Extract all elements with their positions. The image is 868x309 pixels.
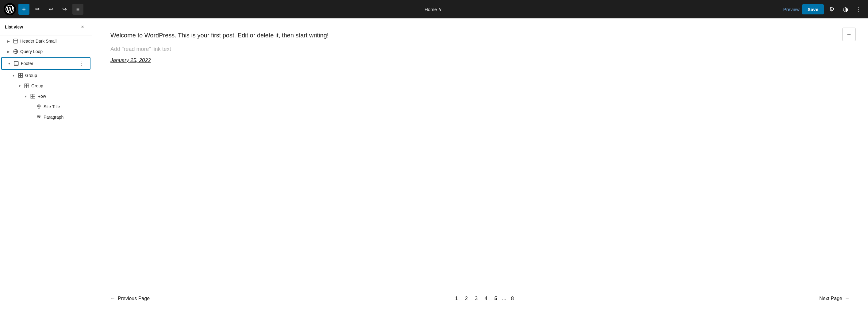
add-block-button[interactable]: +: [19, 4, 29, 15]
expand-icon: ▼: [17, 83, 22, 88]
svg-rect-13: [33, 94, 35, 96]
page-title-button[interactable]: Home ∨: [425, 6, 442, 12]
expand-icon: ▶: [6, 49, 11, 54]
svg-rect-11: [27, 86, 29, 88]
svg-rect-4: [19, 73, 20, 75]
expand-icon: ▼: [11, 73, 16, 78]
list-view-button[interactable]: ≡: [72, 4, 84, 15]
chevron-down-icon: ∨: [439, 6, 442, 12]
sidebar-item-label: Group: [31, 83, 86, 88]
sidebar-item-query-loop[interactable]: ▶ Query Loop: [1, 46, 91, 57]
wp-logo[interactable]: [4, 3, 16, 15]
toolbar: + ✏ ↩ ↪ ≡ Home ∨ Preview Save ⚙ ◑ ⋮: [0, 0, 868, 19]
plus-icon: +: [847, 30, 851, 38]
more-options-button[interactable]: ⋮: [853, 4, 864, 15]
svg-rect-9: [27, 84, 29, 85]
spacer: [29, 104, 34, 109]
group-icon: [18, 73, 23, 78]
save-button[interactable]: Save: [802, 4, 824, 14]
wp-logo-icon: [5, 5, 14, 13]
more-icon: ⋮: [856, 5, 862, 13]
page-number-5[interactable]: 5: [492, 294, 500, 303]
svg-rect-12: [31, 94, 32, 96]
svg-rect-7: [21, 76, 23, 77]
sidebar-header: List view ×: [0, 19, 92, 36]
svg-rect-0: [13, 39, 18, 43]
expand-icon: ▼: [7, 61, 12, 66]
redo-button[interactable]: ↪: [59, 4, 70, 15]
page-number-4[interactable]: 4: [482, 294, 490, 303]
edit-icon: ✏: [35, 6, 40, 12]
sidebar-item-group1[interactable]: ▼ Group: [1, 70, 91, 80]
page-number-2[interactable]: 2: [462, 294, 471, 303]
settings-button[interactable]: ⚙: [826, 4, 837, 15]
page-number-8[interactable]: 8: [508, 294, 517, 303]
expand-icon: ▼: [23, 94, 28, 99]
edit-button[interactable]: ✏: [32, 4, 43, 15]
next-page-button[interactable]: Next Page →: [819, 296, 849, 301]
page-ellipsis: ...: [501, 296, 507, 302]
sidebar-item-group2[interactable]: ▼ Group: [1, 81, 91, 91]
paragraph-icon: [36, 114, 42, 120]
svg-rect-8: [25, 84, 26, 85]
gear-icon: ⚙: [829, 5, 835, 13]
sidebar-item-label: Paragraph: [43, 115, 86, 119]
svg-rect-14: [31, 97, 32, 98]
close-icon: ×: [81, 24, 84, 30]
pagination-numbers: 1 2 3 4 5 ... 8: [453, 294, 517, 303]
read-more-placeholder[interactable]: Add "read more" link text: [111, 46, 374, 53]
row-icon: [30, 94, 36, 99]
loop-icon: [13, 49, 19, 54]
toolbar-center: Home ∨: [86, 6, 781, 12]
post-content: Welcome to WordPress. This is your first…: [111, 31, 374, 64]
sidebar-item-label: Footer: [21, 61, 76, 66]
prev-arrow-icon: ←: [111, 296, 115, 301]
page-number-1[interactable]: 1: [453, 294, 461, 303]
redo-icon: ↪: [62, 6, 67, 12]
contrast-icon: ◑: [843, 5, 848, 13]
post-title-text: Welcome to WordPress. This is your first…: [111, 31, 374, 40]
page-number-3[interactable]: 3: [472, 294, 480, 303]
content-area: + Welcome to WordPress. This is your fir…: [92, 19, 868, 288]
sidebar: List view × ▶ Header Dark Small ▶ Query …: [0, 19, 92, 309]
main-layout: List view × ▶ Header Dark Small ▶ Query …: [0, 19, 868, 309]
preview-button[interactable]: Preview: [783, 7, 800, 12]
sidebar-title: List view: [5, 25, 23, 29]
sidebar-item-row[interactable]: ▼ Row: [1, 91, 91, 101]
previous-page-button[interactable]: ← Previous Page: [111, 296, 150, 301]
sidebar-item-label: Row: [37, 94, 86, 99]
contrast-button[interactable]: ◑: [840, 4, 851, 15]
content-wrapper: + Welcome to WordPress. This is your fir…: [92, 19, 868, 309]
spacer: [29, 115, 34, 119]
sidebar-item-label: Site Title: [43, 104, 86, 109]
toolbar-right: Preview Save ⚙ ◑ ⋮: [783, 4, 864, 15]
sidebar-item-footer[interactable]: ▼ Footer ⋮: [1, 57, 91, 70]
list-icon: ≡: [76, 6, 80, 12]
sidebar-item-site-title[interactable]: Site Title: [1, 102, 91, 112]
pagination-bar: ← Previous Page 1 2 3 4 5 ... 8 Next Pag…: [92, 288, 868, 309]
post-date[interactable]: January 25, 2022: [111, 57, 374, 64]
svg-rect-2: [14, 61, 19, 66]
undo-icon: ↩: [49, 6, 53, 12]
sidebar-item-label: Query Loop: [20, 49, 86, 54]
sidebar-item-label: Header Dark Small: [20, 39, 86, 43]
svg-rect-5: [21, 73, 23, 75]
footer-options-button[interactable]: ⋮: [78, 60, 85, 67]
svg-rect-10: [25, 86, 26, 88]
sidebar-item-label: Group: [25, 73, 86, 78]
sidebar-close-button[interactable]: ×: [78, 23, 87, 31]
sidebar-item-paragraph[interactable]: Paragraph: [1, 112, 91, 122]
add-block-float-button[interactable]: +: [842, 28, 856, 41]
group-icon: [24, 83, 29, 89]
template-icon: [13, 61, 19, 66]
template-icon: [13, 38, 19, 44]
expand-icon: ▶: [6, 39, 11, 43]
undo-button[interactable]: ↩: [45, 4, 56, 15]
next-arrow-icon: →: [845, 296, 849, 301]
svg-rect-6: [19, 76, 20, 77]
sidebar-item-header[interactable]: ▶ Header Dark Small: [1, 36, 91, 46]
svg-rect-15: [33, 97, 35, 98]
pin-icon: [36, 104, 42, 109]
